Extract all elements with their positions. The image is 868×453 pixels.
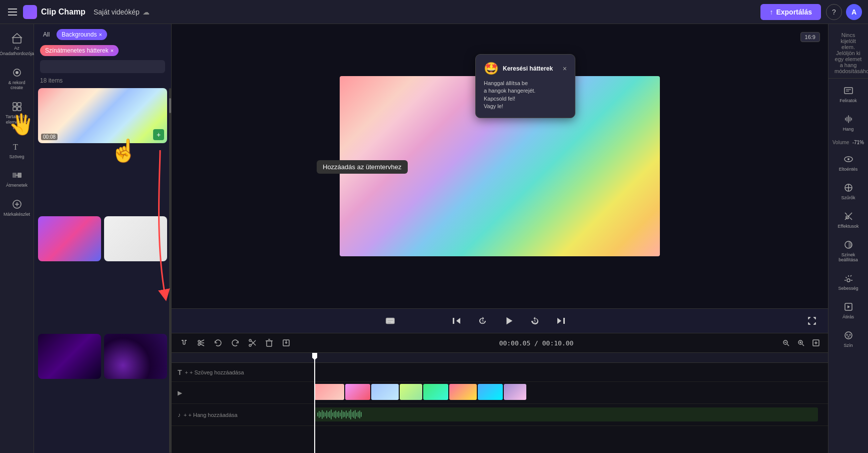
app-title: Clip Champ [41,8,86,17]
tooltip-close-button[interactable]: × [563,65,567,73]
motion-label: Átirás [842,314,854,319]
sidebar-item-record[interactable]: & rekord create [2,63,32,95]
snip-tool[interactable] [195,336,208,349]
hamburger-menu[interactable] [6,6,19,19]
wave-bar [320,412,321,417]
delete-button[interactable] [263,336,276,349]
export-button[interactable]: ↑ Exportálás [760,4,821,20]
clip-4[interactable] [400,384,422,400]
sidebar-item-transitions[interactable]: Átmenetek [2,165,32,192]
clip-6[interactable] [449,384,477,400]
right-item-audio[interactable]: Hang [830,109,866,136]
right-item-filters[interactable]: Szűrők [830,178,866,204]
video-controls: 5 5 [172,308,828,333]
right-item-color2[interactable]: Szín [830,325,866,352]
filters-icon [842,182,854,194]
sidebar-item-text-label: Szöveg [9,154,24,160]
home-icon [11,32,23,44]
motion-icon [842,301,854,313]
add-audio-button[interactable]: + + Hang hozzáadása [184,412,238,418]
svg-rect-3 [13,38,21,43]
clip-3[interactable] [371,384,399,400]
grid-item-4[interactable] [38,334,101,379]
search-input[interactable] [40,60,165,73]
right-item-effects[interactable]: Effektusok [830,206,866,233]
right-item-hide[interactable]: Eltoéntés [830,149,866,176]
wave-bar [335,410,336,418]
export-clip-button[interactable] [280,336,293,349]
help-button[interactable]: ? [826,4,842,20]
text-track-content[interactable] [314,363,828,381]
grid-item-1-add[interactable]: + [153,129,164,140]
grid-item-2[interactable] [38,216,101,261]
gradient-filter-button[interactable]: Színátmenetes hátterek × [40,45,119,56]
video-track-content[interactable] [314,382,828,403]
grid-item-5[interactable] [104,334,167,379]
gradient-filter-close[interactable]: × [111,48,114,54]
play-button[interactable] [501,313,517,329]
clip-7[interactable] [478,384,503,400]
aspect-ratio-badge[interactable]: 16:9 [800,32,820,42]
gradient-filter-row: Színátmenetes hátterek × [34,45,171,60]
rewind-button[interactable]: 5 [475,313,491,329]
text-icon: T [11,141,23,153]
clip-8[interactable] [504,384,526,400]
clip-2[interactable] [345,384,370,400]
right-item-color[interactable]: Színek beállítása [830,235,866,266]
audio-track-content[interactable] [314,404,828,425]
grid-item-1[interactable]: 00:08 + [38,88,167,143]
grid-item-3[interactable] [104,216,167,261]
right-item-subtitles[interactable]: Feliratok [830,81,866,107]
item-count: 18 items [34,77,171,88]
topbar: Clip Champ Saját videókép ☁ ↑ Exportálás… [0,0,868,24]
scrollbar[interactable] [169,88,171,453]
cut-button[interactable] [246,336,259,349]
wave-bar [338,411,339,418]
filter-backgrounds-close[interactable]: × [99,32,102,38]
redo-button[interactable] [229,336,242,349]
audio-track-label: ♪ + + Hang hozzáadása [172,411,314,418]
fullscreen-button[interactable] [804,313,820,329]
zoom-in-button[interactable] [795,337,807,349]
wave-bar [319,411,320,418]
filter-all-button[interactable]: All [40,29,53,40]
video-track-label: ▶ [172,389,314,396]
wave-bar [359,410,360,418]
project-name[interactable]: Saját videókép ☁ [94,8,150,16]
wave-bar [344,412,345,417]
wave-bar [352,412,353,417]
audio-track-row: ♪ + + Hang hozzáadása [172,404,828,426]
svg-marker-23 [557,318,561,324]
clip-1[interactable] [314,384,344,400]
user-avatar[interactable]: A [846,4,862,20]
svg-point-55 [847,158,849,160]
sidebar-item-transform[interactable]: Tartalomtár elemeknek tára [2,97,32,134]
audio-clip[interactable] [314,407,818,421]
sidebar-item-home[interactable]: Az Ónadathordozója [2,28,32,61]
magnet-tool[interactable] [178,336,191,349]
sidebar-item-text[interactable]: T Szöveg [2,137,32,164]
right-item-motion[interactable]: Átirás [830,297,866,323]
export-icon: ↑ [769,8,773,16]
add-text-button[interactable]: + + Szöveg hozzáadása [185,369,244,375]
sidebar-item-brand[interactable]: Márkakészlet [2,194,32,221]
clip-5[interactable] [423,384,448,400]
wave-bar [328,412,329,417]
svg-point-5 [16,71,19,74]
right-panel: Nincs kijelölt elem. Jelöljön ki egy ele… [828,24,868,453]
svg-rect-0 [8,9,17,10]
effects-icon [842,210,854,222]
fit-button[interactable] [810,337,822,349]
skip-back-button[interactable] [449,313,465,329]
undo-button[interactable] [212,336,225,349]
right-item-speed[interactable]: Sebesség [830,268,866,295]
scrollbar-thumb[interactable] [169,98,171,113]
record-icon [11,67,23,79]
skip-fwd-button[interactable] [553,313,569,329]
tooltip-popup: 🤩 Keresési hátterek × Hanggal állítsa be… [475,54,575,118]
filter-backgrounds-button[interactable]: Backgrounds × [57,29,107,40]
wave-bar [343,411,344,417]
forward-button[interactable]: 5 [527,313,543,329]
subtitle-toggle[interactable] [382,313,398,329]
zoom-out-button[interactable] [780,337,792,349]
